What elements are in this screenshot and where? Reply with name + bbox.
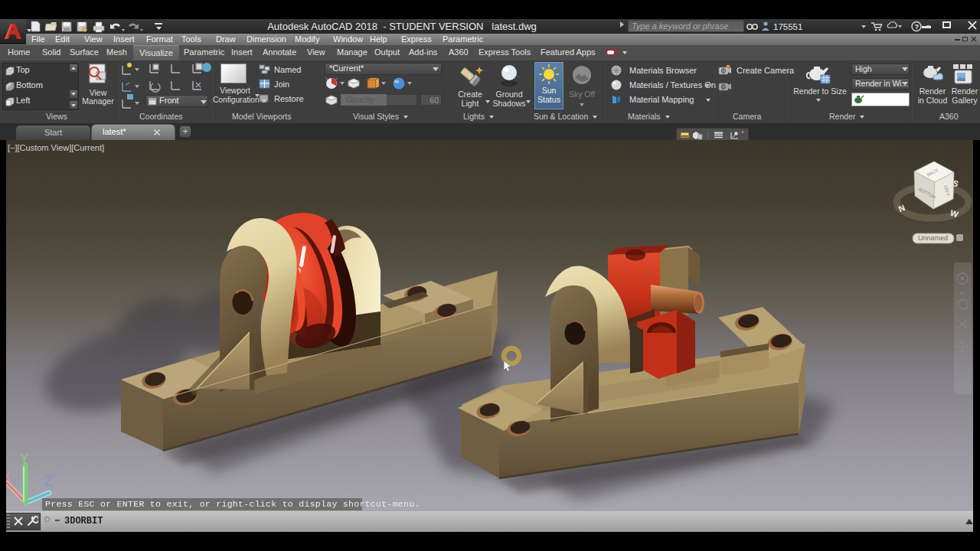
svg-text:Y: Y (20, 452, 28, 466)
svg-text:[−][Custom View][Current]: [−][Custom View][Current] (8, 143, 104, 152)
svg-text:?: ? (915, 22, 920, 31)
svg-text:Z: Z (44, 472, 53, 489)
svg-text:175551: 175551 (773, 22, 802, 31)
svg-text:Unnamed: Unnamed (918, 234, 948, 242)
